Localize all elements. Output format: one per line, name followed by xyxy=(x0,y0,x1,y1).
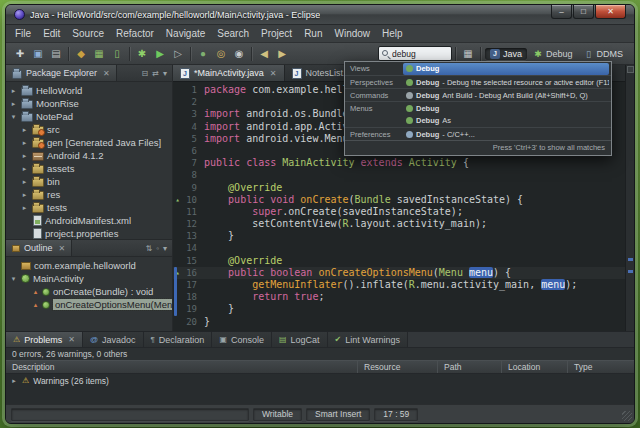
overview-ruler-header[interactable] xyxy=(627,66,634,73)
menu-run[interactable]: Run xyxy=(298,26,328,41)
column-header-type[interactable]: Type xyxy=(568,361,634,373)
outline-item-oncreateoptionsmenu-menu-boolean[interactable]: ▴onCreateOptionsMenu(Menu) : boolean xyxy=(6,298,172,311)
minimize-button[interactable]: – xyxy=(551,5,572,19)
hide-fields-icon[interactable]: ◦ xyxy=(156,244,159,253)
menu-help[interactable]: Help xyxy=(376,26,409,41)
explorer-item-bin[interactable]: ▸bin xyxy=(6,175,172,188)
perspective-debug[interactable]: ✱Debug xyxy=(528,48,578,60)
tab-javadoc[interactable]: @Javadoc xyxy=(83,332,144,347)
explorer-item-src[interactable]: ▸src xyxy=(6,123,172,136)
expand-arrow-icon[interactable]: ▸ xyxy=(20,139,29,147)
android-sdk-manager-button[interactable]: ▦ xyxy=(90,45,108,62)
code-line-20[interactable]: 20} xyxy=(173,316,634,328)
code-line-12[interactable]: 12 setContentView(R.layout.activity_main… xyxy=(173,218,634,230)
menu-window[interactable]: Window xyxy=(328,26,376,41)
code-line-18[interactable]: 18 return true; xyxy=(173,291,634,303)
editor-tab-mainactivity-java[interactable]: J*MainActivity.java✕ xyxy=(173,65,285,81)
menu-source[interactable]: Source xyxy=(66,26,110,41)
view-menu-icon[interactable]: ▾ xyxy=(163,244,167,253)
code-line-14[interactable]: 14 xyxy=(173,242,634,254)
tab-lint-warnings[interactable]: ✔Lint Warnings xyxy=(328,332,408,347)
new-java-project-button[interactable]: ◆ xyxy=(72,45,90,62)
menu-refactor[interactable]: Refactor xyxy=(110,26,160,41)
collapse-all-icon[interactable]: ⊟ xyxy=(142,69,149,78)
expand-arrow-icon[interactable]: ▸ xyxy=(20,191,29,199)
quick-access-row-debug-0[interactable]: ViewsDebug xyxy=(345,62,611,75)
tab-package-explorer[interactable]: Package Explorer ✕ xyxy=(6,65,117,81)
close-icon[interactable]: ✕ xyxy=(270,69,277,78)
open-perspective-button[interactable]: ▦ xyxy=(459,45,477,62)
menu-search[interactable]: Search xyxy=(211,26,255,41)
save-button[interactable]: ▣ xyxy=(29,45,47,62)
problems-row-warnings-26-items[interactable]: ▸⚠Warnings (26 items) xyxy=(6,374,634,387)
explorer-item-assets[interactable]: ▸assets xyxy=(6,162,172,175)
back-button[interactable]: ◀ xyxy=(255,45,273,62)
search-toolbar-button[interactable]: ◉ xyxy=(230,45,248,62)
resize-grip[interactable] xyxy=(622,411,632,421)
tab-declaration[interactable]: ¶Declaration xyxy=(144,332,213,347)
quick-access-row-debug-debug-the-selected-resource-or-active-editor-f11[interactable]: PerspectivesDebug - Debug the selected r… xyxy=(345,75,611,88)
print-button[interactable]: ▤ xyxy=(47,45,65,62)
forward-button[interactable]: ▶ xyxy=(273,45,291,62)
close-button[interactable]: ✕ xyxy=(595,5,626,19)
expand-arrow-icon[interactable]: ▸ xyxy=(20,152,29,160)
menu-project[interactable]: Project xyxy=(255,26,298,41)
code-line-15[interactable]: 15 @Override xyxy=(173,255,634,267)
expand-arrow-icon[interactable]: ▸ xyxy=(9,87,18,95)
occurrence-ruler-mark[interactable] xyxy=(628,270,633,273)
tab-problems[interactable]: ⚠Problems✕ xyxy=(6,332,83,347)
column-header-resource[interactable]: Resource xyxy=(358,361,438,373)
expand-arrow-icon[interactable]: ▸ xyxy=(20,204,29,212)
column-header-path[interactable]: Path xyxy=(438,361,502,373)
quick-access-row-debug-as[interactable]: Debug As xyxy=(345,114,611,127)
new-wizard-button[interactable]: ✚ xyxy=(11,45,29,62)
open-type-button[interactable]: ◎ xyxy=(212,45,230,62)
expand-arrow-icon[interactable]: ▾ xyxy=(9,113,18,121)
code-line-17[interactable]: 17 getMenuInflater().inflate(R.menu.acti… xyxy=(173,279,634,291)
menu-edit[interactable]: Edit xyxy=(37,26,66,41)
maximize-button[interactable]: □ xyxy=(573,5,594,19)
run-button[interactable]: ▶ xyxy=(151,45,169,62)
explorer-item-androidmanifest-xml[interactable]: AndroidManifest.xml xyxy=(6,214,172,227)
explorer-item-moonrise[interactable]: ▸MoonRise xyxy=(6,97,172,110)
quick-access-search[interactable] xyxy=(378,46,452,61)
expand-arrow-icon[interactable]: ▸ xyxy=(10,377,18,385)
sort-icon[interactable]: ⇅ xyxy=(145,244,152,253)
status-writable[interactable]: Writable xyxy=(253,408,302,421)
view-menu-icon[interactable]: ▾ xyxy=(163,69,167,78)
external-tools-button[interactable]: ▷ xyxy=(169,45,187,62)
tab-logcat[interactable]: ▤LogCat xyxy=(272,332,328,347)
code-line-7[interactable]: 7public class MainActivity extends Activ… xyxy=(173,157,634,169)
menu-navigate[interactable]: Navigate xyxy=(160,26,211,41)
explorer-item-notepad[interactable]: ▾NotePad xyxy=(6,110,172,123)
perspective-java[interactable]: JJava xyxy=(485,48,527,60)
code-line-11[interactable]: 11 super.onCreate(savedInstanceState); xyxy=(173,206,634,218)
title-bar[interactable]: Java - HelloWorld/src/com/example/hellow… xyxy=(6,5,634,25)
code-line-19[interactable]: 19 } xyxy=(173,303,634,315)
quick-access-row-debug-c-c[interactable]: PreferencesDebug - C/C++... xyxy=(345,127,611,140)
new-class-button[interactable]: ● xyxy=(194,45,212,62)
android-avd-manager-button[interactable]: ▯ xyxy=(108,45,126,62)
code-line-8[interactable]: 8 xyxy=(173,169,634,181)
status-smart-insert[interactable]: Smart Insert xyxy=(306,408,370,421)
overview-ruler[interactable] xyxy=(625,65,634,331)
occurrence-ruler-mark[interactable] xyxy=(628,258,633,261)
code-line-13[interactable]: 13 } xyxy=(173,230,634,242)
expand-arrow-icon[interactable]: ▸ xyxy=(20,178,29,186)
debug-button[interactable]: ✱ xyxy=(133,45,151,62)
code-line-9[interactable]: 9 @Override xyxy=(173,182,634,194)
explorer-item-android-4-1-2[interactable]: ▸Android 4.1.2 xyxy=(6,149,172,162)
outline-item-mainactivity[interactable]: ▾MainActivity xyxy=(6,272,172,285)
explorer-item-gen-generated-java-files[interactable]: ▸gen [Generated Java Files] xyxy=(6,136,172,149)
explorer-item-tests[interactable]: ▸tests xyxy=(6,201,172,214)
outline-item-oncreate-bundle-void[interactable]: ▴onCreate(Bundle) : void xyxy=(6,285,172,298)
expand-arrow-icon[interactable]: ▾ xyxy=(9,275,18,283)
quick-access-row-debug-ant-build-debug-ant-build-alt-shift-d-q[interactable]: CommandsDebug Ant Build - Debug Ant Buil… xyxy=(345,88,611,101)
expand-arrow-icon[interactable]: ▸ xyxy=(9,100,18,108)
code-line-16[interactable]: ▴16 public boolean onCreateOptionsMenu(M… xyxy=(173,267,634,279)
close-icon[interactable]: ✕ xyxy=(68,335,75,344)
expand-arrow-icon[interactable]: ▸ xyxy=(20,126,29,134)
explorer-item-helloworld[interactable]: ▸HelloWorld xyxy=(6,84,172,97)
explorer-item-project-properties[interactable]: project.properties xyxy=(6,227,172,239)
close-icon[interactable]: ✕ xyxy=(103,69,110,78)
